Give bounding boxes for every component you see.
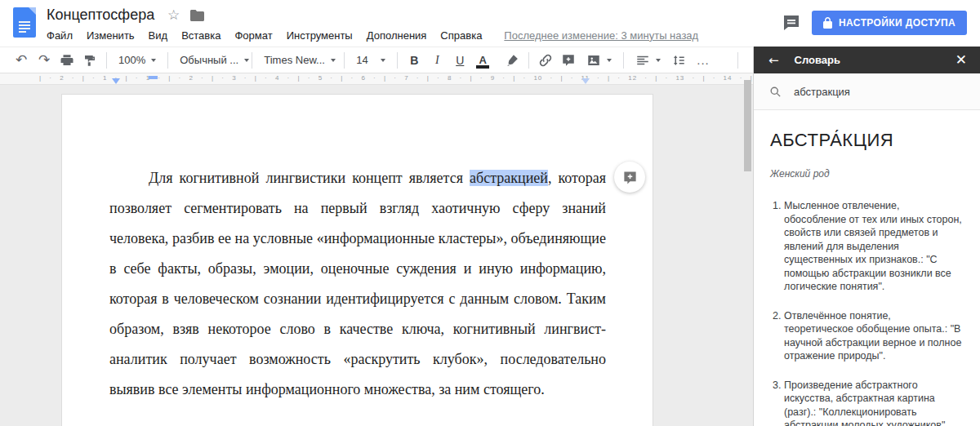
app-header: Концептосфера ☆ Файл Изменить Вид Вставк… bbox=[0, 0, 980, 47]
paragraph-style-select[interactable]: Обычный ... bbox=[173, 50, 247, 71]
paragraph-1[interactable]: Для когнитивной лингвистики концепт явля… bbox=[109, 163, 606, 405]
add-comment-icon[interactable] bbox=[557, 50, 580, 71]
redo-button[interactable]: ↷ bbox=[33, 50, 56, 71]
document-canvas: Для когнитивной лингвистики концепт явля… bbox=[0, 85, 753, 426]
close-icon[interactable]: ✕ bbox=[956, 53, 967, 67]
search-icon bbox=[769, 86, 782, 98]
menu-file[interactable]: Файл bbox=[47, 29, 73, 42]
lock-icon bbox=[823, 17, 832, 29]
document-page[interactable]: Для когнитивной лингвистики концепт явля… bbox=[61, 94, 653, 426]
paint-format-icon[interactable] bbox=[78, 50, 101, 71]
last-edit-link[interactable]: Последнее изменение: 3 минуты назад bbox=[504, 29, 698, 42]
chevron-down-icon bbox=[331, 59, 336, 62]
dictionary-sidebar: ← Словарь ✕ абстракция АБСТРА́КЦИЯ Женск… bbox=[753, 47, 980, 426]
document-text[interactable]: Для когнитивной лингвистики концепт явля… bbox=[62, 95, 653, 426]
align-button[interactable] bbox=[629, 50, 667, 71]
italic-button[interactable]: I bbox=[425, 54, 448, 67]
insert-image-button[interactable] bbox=[580, 50, 618, 71]
first-line-indent-marker[interactable] bbox=[149, 76, 158, 79]
line-spacing-icon[interactable] bbox=[667, 50, 690, 71]
print-icon[interactable] bbox=[56, 50, 78, 71]
sidebar-header: ← Словарь ✕ bbox=[754, 47, 980, 73]
menu-tools[interactable]: Инструменты bbox=[287, 29, 353, 42]
definition-item: Произведение абстрактного искусства, абс… bbox=[784, 379, 962, 426]
logo-fold bbox=[29, 7, 36, 15]
menu-format[interactable]: Формат bbox=[234, 29, 272, 42]
menu-addons[interactable]: Дополнения bbox=[367, 29, 427, 42]
insert-link-icon[interactable] bbox=[534, 50, 557, 71]
google-docs-logo-icon[interactable] bbox=[13, 7, 36, 38]
document-scrollbar-thumb[interactable] bbox=[744, 80, 751, 171]
menu-view[interactable]: Вид bbox=[149, 29, 168, 42]
chevron-down-icon bbox=[244, 59, 249, 62]
menu-help[interactable]: Справка bbox=[440, 29, 482, 42]
dictionary-content: АБСТРА́КЦИЯ Женский род Мысленное отвлеч… bbox=[754, 110, 980, 426]
document-title[interactable]: Концептосфера bbox=[47, 7, 154, 24]
text-color-button[interactable]: A bbox=[471, 54, 494, 66]
undo-button[interactable]: ↶ bbox=[10, 50, 33, 71]
chevron-down-icon bbox=[151, 59, 156, 62]
definition-item: Мысленное отвлечение, обособление от тех… bbox=[784, 199, 962, 294]
google-docs-app: { "header": { "title": "Концептосфера", … bbox=[0, 0, 980, 426]
more-options-button[interactable]: ... bbox=[690, 53, 716, 67]
sidebar-title: Словарь bbox=[795, 54, 956, 66]
menu-insert[interactable]: Вставка bbox=[181, 29, 220, 42]
share-settings-button[interactable]: НАСТРОЙКИ ДОСТУПА bbox=[812, 11, 967, 35]
menu-edit[interactable]: Изменить bbox=[87, 29, 135, 42]
definitions-list: Мысленное отвлечение, обособление от тех… bbox=[770, 199, 962, 426]
highlight-color-icon[interactable] bbox=[501, 50, 523, 71]
share-button-label: НАСТРОЙКИ ДОСТУПА bbox=[839, 17, 956, 29]
star-icon[interactable]: ☆ bbox=[167, 7, 180, 23]
back-arrow-icon[interactable]: ← bbox=[768, 53, 779, 68]
underline-button[interactable]: U bbox=[448, 54, 471, 67]
part-of-speech: Женский род bbox=[770, 168, 962, 180]
align-left-icon bbox=[635, 53, 650, 68]
text-color-swatch bbox=[476, 65, 489, 69]
search-input[interactable]: абстракция bbox=[794, 86, 850, 98]
chevron-down-icon bbox=[607, 59, 612, 62]
definition-item: Отвлечённое понятие, теоретическое обобщ… bbox=[784, 309, 962, 363]
image-icon bbox=[586, 53, 601, 68]
toolbar-separator bbox=[106, 52, 107, 69]
menu-bar: Файл Изменить Вид Вставка Формат Инструм… bbox=[47, 26, 698, 44]
chevron-down-icon bbox=[381, 59, 385, 62]
left-indent-marker[interactable] bbox=[112, 78, 120, 84]
right-indent-marker[interactable] bbox=[581, 78, 590, 84]
chevron-down-icon bbox=[656, 59, 661, 62]
horizontal-ruler[interactable]: | · 2 · | · 1 · | · 1 · | · 2 · | · 3 · … bbox=[0, 73, 753, 85]
font-size-select[interactable]: 14 bbox=[350, 50, 392, 71]
ruler-numbers: | · 2 · | · 1 · | · 1 · | · 2 · | · 3 · … bbox=[39, 74, 611, 82]
dictionary-search[interactable]: абстракция bbox=[754, 73, 980, 110]
zoom-select[interactable]: 100% bbox=[112, 50, 163, 71]
add-comment-bubble-icon bbox=[622, 170, 638, 185]
bold-button[interactable]: B bbox=[403, 54, 425, 67]
font-family-select[interactable]: Times New... bbox=[257, 50, 339, 71]
selected-word[interactable]: абстракцией bbox=[470, 170, 548, 186]
add-comment-fab[interactable] bbox=[614, 162, 645, 193]
comments-icon[interactable] bbox=[781, 12, 802, 33]
dictionary-headword: АБСТРА́КЦИЯ bbox=[770, 130, 962, 151]
folder-icon[interactable] bbox=[190, 10, 204, 24]
